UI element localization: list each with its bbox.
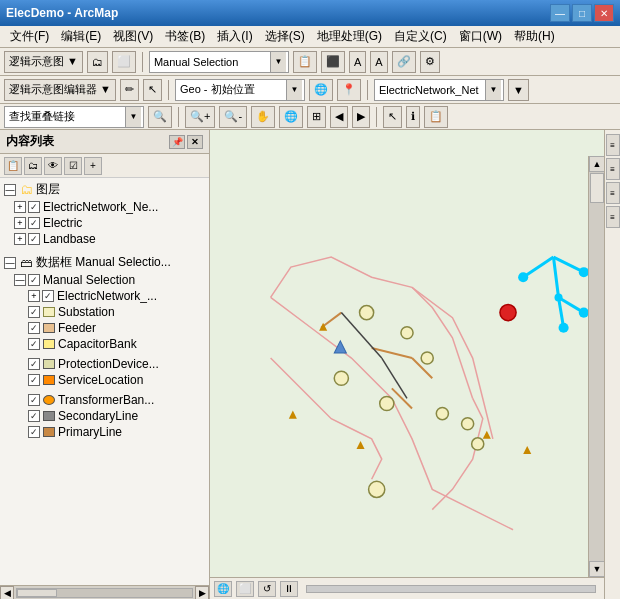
landbase-checkbox[interactable]	[28, 233, 40, 245]
sub-feeder-checkbox[interactable]	[28, 322, 40, 334]
electric-checkbox[interactable]	[28, 217, 40, 229]
menu-select[interactable]: 选择(S)	[259, 26, 311, 47]
panel-pin-btn[interactable]: 📌	[169, 135, 185, 149]
tb-btn4[interactable]: ⬛	[321, 51, 345, 73]
sub-protectiondevice-checkbox[interactable]	[28, 358, 40, 370]
fwd-btn[interactable]: ▶	[352, 106, 370, 128]
sub-capacitorbank-checkbox[interactable]	[28, 338, 40, 350]
sub-servicelocation[interactable]: ServiceLocation	[0, 372, 209, 388]
dataframe-expand[interactable]: —	[4, 257, 16, 269]
legend-btn[interactable]: 逻辑示意图 ▼	[4, 51, 83, 73]
menu-edit[interactable]: 编辑(E)	[55, 26, 107, 47]
tb-btn7[interactable]: 🔗	[392, 51, 416, 73]
menu-customize[interactable]: 自定义(C)	[388, 26, 453, 47]
layer-electric[interactable]: + Electric	[0, 215, 209, 231]
search-overlap-dropdown[interactable]: 查找重叠链接 ▼	[4, 106, 144, 128]
geo-icon1[interactable]: 🌐	[309, 79, 333, 101]
h-scroll-track[interactable]	[16, 588, 193, 598]
menu-geoprocessing[interactable]: 地理处理(G)	[311, 26, 388, 47]
menu-window[interactable]: 窗口(W)	[453, 26, 508, 47]
network-dropdown-arrow[interactable]: ▼	[485, 80, 501, 100]
sub-secondaryline-checkbox[interactable]	[28, 410, 40, 422]
h-scroll-left[interactable]: ◀	[0, 586, 14, 600]
layer-electricnetwork[interactable]: + ElectricNetwork_Ne...	[0, 199, 209, 215]
sub-capacitorbank[interactable]: CapacitorBank	[0, 336, 209, 352]
sub-electricnetwork[interactable]: + ElectricNetwork_...	[0, 288, 209, 304]
search-dropdown-arrow[interactable]: ▼	[125, 107, 141, 127]
sub-electricnetwork-checkbox[interactable]	[42, 290, 54, 302]
minimize-button[interactable]: —	[550, 4, 570, 22]
extent-btn[interactable]: ⊞	[307, 106, 326, 128]
right-btn-3[interactable]: ≡	[606, 182, 620, 204]
maximize-button[interactable]: □	[572, 4, 592, 22]
sub-servicelocation-checkbox[interactable]	[28, 374, 40, 386]
sub-substation[interactable]: Substation	[0, 304, 209, 320]
identify-btn[interactable]: 📋	[424, 106, 448, 128]
sub-transformerbank-checkbox[interactable]	[28, 394, 40, 406]
select-btn[interactable]: ↖	[383, 106, 402, 128]
sub-electricnetwork-expand[interactable]: +	[28, 290, 40, 302]
list-by-source-btn[interactable]: 🗂	[24, 157, 42, 175]
landbase-expand[interactable]: +	[14, 233, 26, 245]
scroll-down-btn[interactable]: ▼	[589, 561, 604, 577]
sub-transformerbank[interactable]: TransformerBan...	[0, 392, 209, 408]
zoom-out-btn[interactable]: 🔍-	[219, 106, 247, 128]
sub-primaryline[interactable]: PrimaryLine	[0, 424, 209, 440]
network-dropdown[interactable]: ElectricNetwork_Net ▼	[374, 79, 504, 101]
right-btn-4[interactable]: ≡	[606, 206, 620, 228]
manual-selection-checkbox[interactable]	[28, 274, 40, 286]
manual-selection-dropdown[interactable]: Manual Selection ▼	[149, 51, 289, 73]
zoom-in-btn[interactable]: 🔍+	[185, 106, 215, 128]
tb-btn3[interactable]: 📋	[293, 51, 317, 73]
layer-landbase[interactable]: + Landbase	[0, 231, 209, 247]
manual-selection-group[interactable]: — Manual Selection	[0, 272, 209, 288]
list-by-visibility-btn[interactable]: 👁	[44, 157, 62, 175]
electric-expand[interactable]: +	[14, 217, 26, 229]
expand-all-btn[interactable]: +	[84, 157, 102, 175]
info-btn[interactable]: ℹ	[406, 106, 420, 128]
cursor-icon[interactable]: ↖	[143, 79, 162, 101]
net-btn[interactable]: ▼	[508, 79, 529, 101]
electricnetwork-checkbox[interactable]	[28, 201, 40, 213]
electricnetwork-expand[interactable]: +	[14, 201, 26, 213]
manual-selection-expand[interactable]: —	[14, 274, 26, 286]
menu-insert[interactable]: 插入(I)	[211, 26, 258, 47]
sub-substation-checkbox[interactable]	[28, 306, 40, 318]
icon-btn2[interactable]: ⬜	[112, 51, 136, 73]
icon-btn1[interactable]: 🗂	[87, 51, 108, 73]
scroll-thumb[interactable]	[590, 173, 604, 203]
map-zoom-layer[interactable]: ⬜	[236, 581, 254, 597]
sub-feeder[interactable]: Feeder	[0, 320, 209, 336]
scroll-up-btn[interactable]: ▲	[589, 156, 604, 172]
layers-group[interactable]: — 🗂 图层	[0, 180, 209, 199]
list-by-selection-btn[interactable]: ☑	[64, 157, 82, 175]
geo-dropdown[interactable]: Geo - 初始位置 ▼	[175, 79, 305, 101]
map-canvas[interactable]	[210, 156, 604, 550]
h-scrollbar[interactable]: ◀ ▶	[0, 585, 209, 599]
map-area[interactable]: 🌐 ⬜ ↺ ⏸ ▲ ▼	[210, 130, 604, 599]
menu-view[interactable]: 视图(V)	[107, 26, 159, 47]
right-btn-2[interactable]: ≡	[606, 158, 620, 180]
close-button[interactable]: ✕	[594, 4, 614, 22]
map-refresh[interactable]: ↺	[258, 581, 276, 597]
geo-dropdown-arrow[interactable]: ▼	[286, 80, 302, 100]
scroll-track[interactable]	[589, 172, 604, 561]
pan-btn[interactable]: ✋	[251, 106, 275, 128]
h-scroll-thumb[interactable]	[17, 589, 57, 597]
list-by-drawing-btn[interactable]: 📋	[4, 157, 22, 175]
tb-btn8[interactable]: ⚙	[420, 51, 440, 73]
tb-btn6[interactable]: A	[370, 51, 387, 73]
panel-close-btn[interactable]: ✕	[187, 135, 203, 149]
back-btn[interactable]: ◀	[330, 106, 348, 128]
map-pause[interactable]: ⏸	[280, 581, 298, 597]
h-scroll-right[interactable]: ▶	[195, 586, 209, 600]
edit-icon[interactable]: ✏	[120, 79, 139, 101]
globe-btn[interactable]: 🌐	[279, 106, 303, 128]
dataframe-group[interactable]: — 🗃 数据框 Manual Selectio...	[0, 253, 209, 272]
legend-editor-btn[interactable]: 逻辑示意图编辑器 ▼	[4, 79, 116, 101]
sub-protectiondevice[interactable]: ProtectionDevice...	[0, 356, 209, 372]
geo-icon2[interactable]: 📍	[337, 79, 361, 101]
map-zoom-world[interactable]: 🌐	[214, 581, 232, 597]
layers-expand[interactable]: —	[4, 184, 16, 196]
menu-file[interactable]: 文件(F)	[4, 26, 55, 47]
